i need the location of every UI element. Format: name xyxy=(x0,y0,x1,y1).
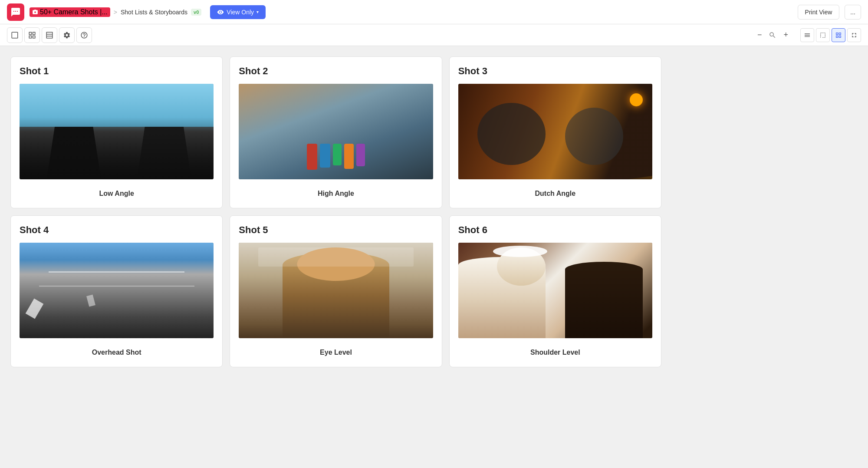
shot-label: Shoulder Level xyxy=(458,345,652,358)
eye-icon xyxy=(217,9,224,16)
shot-card-6: Shot 6 Shoulder Level xyxy=(449,215,661,367)
shot-card-2: Shot 2 High Angle xyxy=(230,56,442,208)
shot-image xyxy=(20,243,214,338)
grid-view-button[interactable] xyxy=(832,28,845,42)
svg-rect-1 xyxy=(29,32,31,34)
shot-label: High Angle xyxy=(239,186,433,199)
scene-visual xyxy=(458,243,652,338)
grid-icon xyxy=(28,31,36,39)
toolbar: − + xyxy=(0,24,868,46)
settings-tool-button[interactable] xyxy=(59,27,75,43)
help-icon xyxy=(80,31,88,39)
svg-rect-0 xyxy=(12,32,18,38)
scene-visual xyxy=(20,84,214,179)
scene-visual xyxy=(458,84,652,179)
svg-rect-2 xyxy=(33,32,35,34)
shot-image xyxy=(239,84,433,179)
view-toggle-group xyxy=(800,28,861,42)
shot-image xyxy=(458,243,652,338)
shot-label: Overhead Shot xyxy=(20,345,214,358)
project-tag[interactable]: 50+ Camera Shots |... xyxy=(30,7,110,17)
breadcrumb-separator: > xyxy=(114,9,117,16)
list-view-button[interactable] xyxy=(800,28,814,42)
svg-rect-5 xyxy=(46,32,53,38)
shot-card-5: Shot 5 Eye Level xyxy=(230,215,442,367)
row-view-button[interactable] xyxy=(816,28,830,42)
list-view-icon xyxy=(804,32,811,39)
shot-card-3: Shot 3 Dutch Angle xyxy=(449,56,661,208)
shot-title: Shot 3 xyxy=(458,66,652,77)
view-only-button[interactable]: View Only ▾ xyxy=(210,5,266,19)
shot-image xyxy=(20,84,214,179)
shot-title: Shot 5 xyxy=(239,224,433,236)
row-view-icon xyxy=(819,32,826,39)
zoom-out-button[interactable]: − xyxy=(754,29,766,41)
panel-tool-button[interactable] xyxy=(42,27,57,43)
frame-icon xyxy=(11,31,19,39)
help-tool-button[interactable] xyxy=(76,27,92,43)
zoom-icon xyxy=(769,31,776,39)
more-options-button[interactable]: ... xyxy=(845,5,861,20)
shot-title: Shot 2 xyxy=(239,66,433,77)
zoom-controls: − + xyxy=(754,29,792,41)
scene-visual xyxy=(20,243,214,338)
shot-image xyxy=(239,243,433,338)
shot-card-4: Shot 4 Overhead Shot xyxy=(10,215,223,367)
project-name: 50+ Camera Shots |... xyxy=(40,8,108,16)
shot-title: Shot 4 xyxy=(20,224,214,236)
shot-title: Shot 1 xyxy=(20,66,214,77)
shot-label: Dutch Angle xyxy=(458,186,652,199)
grid-view-icon xyxy=(835,32,842,39)
settings-icon xyxy=(63,31,71,39)
version-badge: v0 xyxy=(191,9,201,16)
breadcrumb: 50+ Camera Shots |... > Shot Lists & Sto… xyxy=(30,7,201,17)
camera-icon xyxy=(32,9,38,15)
main-content: Shot 1 Low Angle Shot 2 xyxy=(0,46,868,468)
svg-rect-3 xyxy=(29,36,31,38)
shot-image xyxy=(458,84,652,179)
section-name[interactable]: Shot Lists & Storyboards xyxy=(121,9,187,16)
chevron-down-icon: ▾ xyxy=(256,10,259,14)
scene-visual xyxy=(239,243,433,338)
grid-tool-button[interactable] xyxy=(24,27,40,43)
app-header: 50+ Camera Shots |... > Shot Lists & Sto… xyxy=(0,0,868,24)
shot-title: Shot 6 xyxy=(458,224,652,236)
shot-label: Eye Level xyxy=(239,345,433,358)
frame-tool-button[interactable] xyxy=(7,27,23,43)
zoom-in-button[interactable]: + xyxy=(780,29,792,41)
svg-rect-4 xyxy=(33,36,35,38)
full-view-button[interactable] xyxy=(847,28,861,42)
print-view-button[interactable]: Print View xyxy=(798,5,840,20)
scene-visual xyxy=(239,84,433,179)
panel-icon xyxy=(46,31,53,39)
shot-card-1: Shot 1 Low Angle xyxy=(10,56,223,208)
shots-grid: Shot 1 Low Angle Shot 2 xyxy=(10,56,661,367)
logo-button[interactable] xyxy=(7,3,24,21)
chat-icon xyxy=(10,7,21,17)
shot-label: Low Angle xyxy=(20,186,214,199)
view-only-label: View Only xyxy=(227,9,254,16)
full-view-icon xyxy=(851,32,858,39)
